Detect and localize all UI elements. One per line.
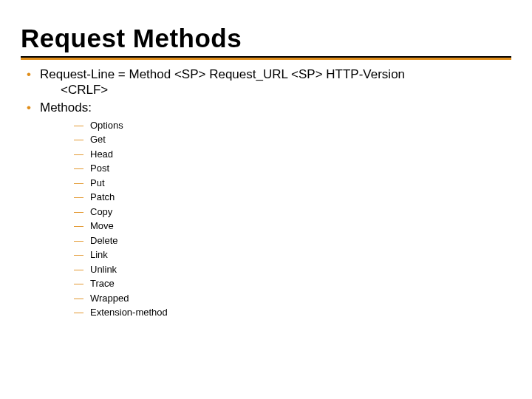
rule-thick: [21, 58, 511, 60]
bullet-list: Request-Line = Method <SP> Request_URL <…: [21, 66, 511, 320]
sub-item: Get: [74, 132, 511, 147]
title-rule: [21, 56, 511, 61]
sub-list: Options Get Head Post Put Patch Copy Mov…: [74, 118, 511, 320]
content: Request-Line = Method <SP> Request_URL <…: [21, 66, 511, 320]
sub-item: Wrapped: [74, 291, 511, 306]
sub-item: Trace: [74, 276, 511, 291]
sub-item: Patch: [74, 190, 511, 205]
sub-item: Copy: [74, 205, 511, 219]
sub-item: Unlink: [74, 262, 511, 277]
slide: Request Methods Request-Line = Method <S…: [0, 0, 532, 336]
bullet-item: Request-Line = Method <SP> Request_URL <…: [21, 66, 511, 98]
bullet-text: Methods:: [40, 100, 92, 115]
sub-item: Post: [74, 161, 511, 176]
sub-item: Link: [74, 248, 511, 262]
sub-item: Put: [74, 176, 511, 191]
sub-item: Move: [74, 219, 511, 233]
sub-item: Extension-method: [74, 305, 511, 320]
page-title: Request Methods: [21, 24, 511, 53]
bullet-continuation: <CRLF>: [40, 82, 511, 98]
sub-item: Options: [74, 118, 511, 133]
sub-item: Delete: [74, 233, 511, 248]
bullet-text: Request-Line = Method <SP> Request_URL <…: [40, 67, 405, 81]
sub-item: Head: [74, 147, 511, 162]
bullet-item: Methods: Options Get Head Post Put Patch…: [21, 100, 511, 320]
